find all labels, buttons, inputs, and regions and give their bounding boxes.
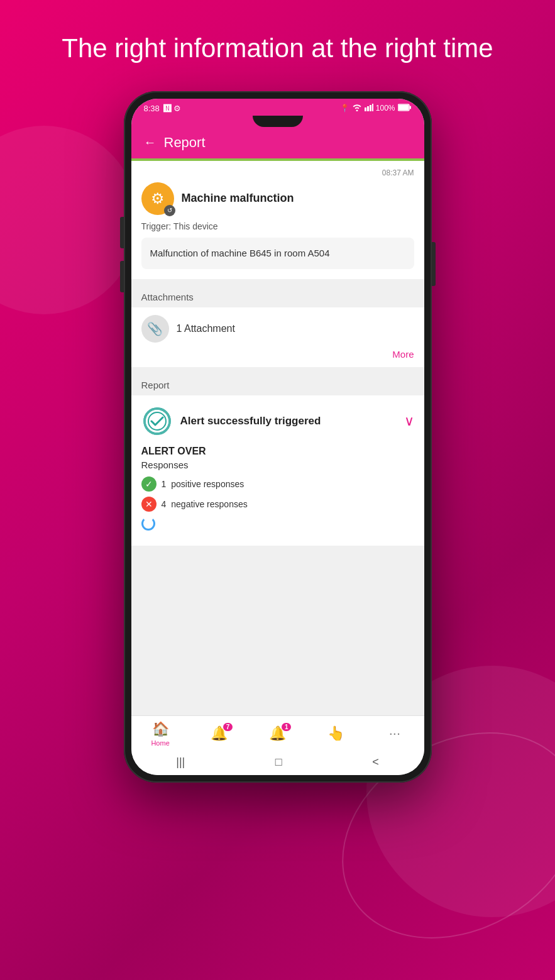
phone-screen: 8:38 🅽 ⚙ 📍 100% ← bbox=[131, 99, 424, 775]
app-bar: ← Report bbox=[131, 127, 424, 158]
alert-title: Machine malfunction bbox=[182, 192, 294, 205]
vol-up-button bbox=[120, 217, 124, 248]
status-right: 📍 100% bbox=[340, 104, 412, 113]
home-label: Home bbox=[151, 739, 169, 747]
nav-alerts[interactable]: 🔔 1 bbox=[258, 725, 296, 742]
gear-icon: ⚙ bbox=[151, 190, 165, 207]
alert-time: 08:37 AM bbox=[141, 168, 414, 177]
svg-rect-3 bbox=[372, 104, 373, 111]
chevron-down-icon[interactable]: ∨ bbox=[404, 413, 414, 429]
success-icon bbox=[141, 405, 173, 437]
nav-notifications[interactable]: 🔔 7 bbox=[200, 725, 238, 742]
location-icon: 📍 bbox=[340, 104, 349, 113]
attachment-card: 📎 1 Attachment More bbox=[131, 307, 424, 367]
report-title: Alert successfully triggered bbox=[180, 414, 397, 428]
report-header: Alert successfully triggered ∨ bbox=[141, 405, 414, 437]
notch-area bbox=[131, 117, 424, 127]
home-icon: 🏠 bbox=[152, 721, 169, 737]
power-button bbox=[432, 242, 436, 286]
pending-icon bbox=[141, 517, 155, 531]
alert-card: 08:37 AM ⚙ ↺ Machine malfunction Trigger… bbox=[131, 161, 424, 280]
negative-label: negative responses bbox=[171, 499, 247, 509]
trigger-text: Trigger: This device bbox=[141, 221, 414, 231]
report-card: Alert successfully triggered ∨ ALERT OVE… bbox=[131, 395, 424, 546]
touch-icon: 👆 bbox=[327, 725, 344, 742]
svg-rect-1 bbox=[367, 106, 369, 111]
back-button[interactable]: ← bbox=[144, 135, 157, 150]
app-bar-title: Report bbox=[164, 135, 206, 151]
svg-rect-5 bbox=[398, 105, 409, 110]
attachments-label: Attachments bbox=[131, 284, 424, 307]
negative-response-row: ✕ 4 negative responses bbox=[141, 497, 414, 512]
battery-icon bbox=[398, 104, 412, 113]
pending-response-row bbox=[141, 517, 414, 531]
attachment-text: 1 Attachment bbox=[177, 323, 235, 334]
positive-icon: ✓ bbox=[141, 476, 157, 492]
bottom-nav: 🏠 Home 🔔 7 🔔 1 👆 ··· bbox=[131, 715, 424, 751]
svg-rect-2 bbox=[370, 105, 371, 111]
content-area: 08:37 AM ⚙ ↺ Machine malfunction Trigger… bbox=[131, 161, 424, 715]
android-nav: ||| □ < bbox=[131, 751, 424, 775]
bg-decoration-1 bbox=[0, 126, 138, 314]
status-app-icons: 🅽 ⚙ bbox=[163, 104, 182, 113]
trigger-badge: ↺ bbox=[164, 205, 175, 216]
attachment-row: 📎 1 Attachment bbox=[141, 315, 414, 343]
alert-over-label: ALERT OVER bbox=[141, 446, 414, 457]
positive-response-row: ✓ 1 positive responses bbox=[141, 476, 414, 492]
negative-count: 4 bbox=[162, 499, 167, 509]
wifi-icon bbox=[352, 104, 362, 113]
vol-down-button bbox=[120, 261, 124, 292]
more-icon: ··· bbox=[389, 725, 400, 742]
negative-icon: ✕ bbox=[141, 497, 157, 512]
more-link[interactable]: More bbox=[141, 349, 414, 360]
report-section-label: Report bbox=[131, 372, 424, 395]
battery-text: 100% bbox=[376, 104, 395, 113]
notch bbox=[253, 116, 303, 127]
phone-frame: 8:38 🅽 ⚙ 📍 100% ← bbox=[124, 91, 432, 783]
message-box: Malfunction of machine B645 in room A504 bbox=[141, 238, 414, 270]
android-back-button[interactable]: < bbox=[372, 756, 379, 769]
alert-icon-circle: ⚙ ↺ bbox=[141, 182, 174, 215]
nav-more[interactable]: ··· bbox=[376, 725, 414, 742]
signal-icon bbox=[365, 104, 373, 113]
svg-rect-0 bbox=[365, 107, 366, 111]
attachment-icon: 📎 bbox=[141, 315, 169, 343]
android-menu-button[interactable]: ||| bbox=[176, 756, 185, 769]
nav-home[interactable]: 🏠 Home bbox=[141, 721, 179, 747]
status-time: 8:38 bbox=[144, 104, 160, 113]
nav-touch[interactable]: 👆 bbox=[317, 725, 355, 742]
android-home-button[interactable]: □ bbox=[275, 756, 282, 769]
status-left: 8:38 🅽 ⚙ bbox=[144, 104, 182, 113]
svg-rect-6 bbox=[409, 106, 411, 109]
notifications-badge: 7 bbox=[223, 723, 233, 731]
alerts-badge: 1 bbox=[282, 723, 292, 731]
responses-label: Responses bbox=[141, 460, 414, 470]
positive-label: positive responses bbox=[171, 479, 244, 489]
status-bar: 8:38 🅽 ⚙ 📍 100% bbox=[131, 99, 424, 117]
positive-count: 1 bbox=[162, 479, 167, 489]
alert-header: ⚙ ↺ Machine malfunction bbox=[141, 182, 414, 215]
headline: The right information at the right time bbox=[24, 31, 530, 66]
